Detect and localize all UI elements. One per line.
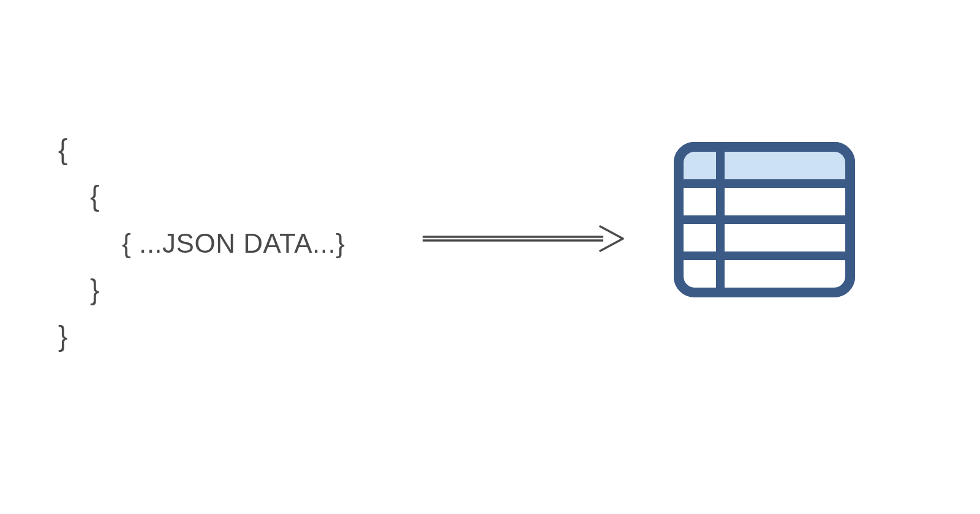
arrow-right-icon	[420, 220, 628, 257]
brace-open-inner: {	[58, 178, 345, 215]
json-inner-text: { ...JSON DATA...}	[58, 226, 345, 261]
brace-open-outer: {	[58, 132, 345, 168]
json-data-block: { { { ...JSON DATA...} } }	[58, 132, 345, 354]
brace-close-inner: }	[58, 272, 345, 308]
brace-close-outer: }	[58, 318, 345, 355]
table-icon	[674, 142, 855, 297]
